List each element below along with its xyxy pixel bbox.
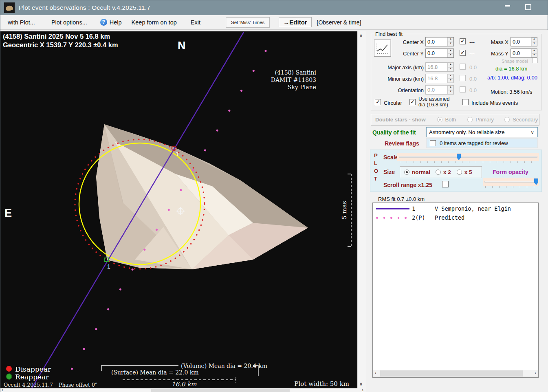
app-icon xyxy=(4,2,15,13)
use-assumed-checkbox[interactable]: ✓ xyxy=(409,99,416,105)
help-icon: ? xyxy=(100,19,107,26)
size-x5-label: x 5 xyxy=(464,169,472,175)
center-x-checkbox[interactable]: ✓ xyxy=(460,38,466,44)
minor-axis-spinner[interactable]: ▲▼ xyxy=(447,74,453,83)
plot-letter-o: O xyxy=(374,168,378,174)
control-panel: Find best fit Center X 0.0 ▲▼ ✓ --- Mass… xyxy=(366,30,548,392)
motion-label: Motion: 3.56 km/s xyxy=(491,89,533,95)
major-axis-input[interactable]: 16.8 ▲▼ xyxy=(425,62,454,72)
ab-dmag-label: a/b: 1.00, dMag: 0.00 xyxy=(487,75,537,81)
mass-y-label: Mass Y xyxy=(488,51,508,57)
observation-name: V Sempronio, near Elgin xyxy=(435,205,511,212)
minor-axis-input[interactable]: 16.8 ▲▼ xyxy=(425,74,454,83)
menu-plot-options[interactable]: Plot options... xyxy=(47,19,91,26)
observations-listbox[interactable]: 1 V Sempronio, near Elgin 2(P) Predicted… xyxy=(372,203,539,378)
double-stars-both-radio[interactable] xyxy=(437,117,442,122)
center-y-spinner[interactable]: ▲▼ xyxy=(447,49,453,57)
include-miss-checkbox[interactable] xyxy=(462,99,469,105)
menu-help[interactable]: ? Help xyxy=(100,19,122,26)
list-item[interactable]: 2(P) Predicted xyxy=(373,214,538,221)
center-y-input[interactable]: 0.0 ▲▼ xyxy=(425,48,454,58)
menu-with-plot[interactable]: with Plot... xyxy=(4,19,39,26)
title-bar[interactable]: Plot event observations : Occult v.4.202… xyxy=(0,0,548,15)
list-item[interactable]: 1 V Sempronio, near Elgin xyxy=(373,205,538,212)
double-stars-both-label: Both xyxy=(445,117,456,123)
mass-y-spinner[interactable]: ▲▼ xyxy=(531,49,537,57)
scroll-right-icon[interactable]: › xyxy=(362,387,363,392)
sky-plane-plot[interactable]: 1 1 (4158) Santini 2025 Nov 5 16.8 km Ge… xyxy=(0,31,357,388)
mass-y-input[interactable]: 0.0 ▲▼ xyxy=(511,48,537,58)
orientation-input[interactable]: 0.0 ▲▼ xyxy=(425,85,454,95)
mass-x-input[interactable]: 0.0 ▲▼ xyxy=(511,37,537,46)
scroll-range-label: Scroll range x1.25 xyxy=(383,182,432,188)
circular-checkbox[interactable]: ✓ xyxy=(375,99,381,105)
size-x2-label: x 2 xyxy=(443,169,451,175)
maximize-button[interactable] xyxy=(525,4,531,10)
center-y-label: Center Y xyxy=(390,51,424,57)
editor-button[interactable]: →Editor xyxy=(279,17,311,27)
size-normal-radio[interactable] xyxy=(404,170,409,175)
scroll-down-icon[interactable]: ∨ xyxy=(359,381,363,387)
minor-axis-checkbox[interactable] xyxy=(460,75,466,81)
listbox-hscroll-thumb[interactable] xyxy=(380,370,523,377)
mass-x-label: Mass X xyxy=(488,39,508,45)
form-opacity-slider-thumb[interactable] xyxy=(534,178,538,185)
chevron-down-icon: ∨ xyxy=(530,130,537,135)
plot-title-line1: (4158) Santini 2025 Nov 5 16.8 km xyxy=(3,33,110,40)
scale-slider-thumb[interactable] xyxy=(457,154,461,160)
quality-of-fit-select[interactable]: Astrometry only. No reliable size ∨ xyxy=(426,127,538,137)
menu-keep-form-on-top[interactable]: Keep form on top xyxy=(128,19,181,26)
object-skyplane-label: Sky Plane xyxy=(288,84,316,90)
observation-name: Predicted xyxy=(435,214,464,221)
size-x2-radio[interactable] xyxy=(436,170,441,175)
double-stars-primary-radio[interactable] xyxy=(467,117,473,122)
orientation-checkbox[interactable] xyxy=(460,86,466,92)
find-best-fit-button[interactable] xyxy=(374,40,391,57)
center-x-input[interactable]: 0.0 ▲▼ xyxy=(425,37,454,46)
compass-north-label: N xyxy=(178,40,186,52)
disappear-legend-dot xyxy=(6,366,12,372)
scale-slider[interactable] xyxy=(397,153,539,161)
center-y-checkbox[interactable]: ✓ xyxy=(460,50,466,56)
plot-horizontal-scrollbar[interactable]: ‹ › xyxy=(0,388,366,392)
scroll-range-checkbox[interactable] xyxy=(442,181,449,187)
scroll-left-icon[interactable]: ‹ xyxy=(2,387,3,392)
center-x-label: Center X xyxy=(390,39,424,45)
center-x-spinner[interactable]: ▲▼ xyxy=(447,37,453,46)
help-label: Help xyxy=(110,19,122,26)
circular-label: Circular xyxy=(384,100,402,106)
scroll-right-icon[interactable]: › xyxy=(535,370,536,375)
scroll-left-icon[interactable]: ‹ xyxy=(375,370,376,375)
form-opacity-slider[interactable] xyxy=(483,178,539,186)
hscroll-thumb[interactable] xyxy=(151,389,290,392)
minimize-button[interactable] xyxy=(505,5,510,7)
set-miss-times-button[interactable]: Set 'Miss' Times xyxy=(226,17,270,28)
object-damit-label: DAMIT #11803 xyxy=(271,77,316,83)
scroll-up-icon[interactable]: ∧ xyxy=(359,33,363,38)
mas-scale-label: 5 mas xyxy=(341,201,348,219)
mass-x-spinner[interactable]: ▲▼ xyxy=(531,37,537,46)
menu-bar: with Plot... Plot options... ? Help Keep… xyxy=(0,15,548,30)
double-stars-secondary-radio[interactable] xyxy=(504,117,510,122)
shape-model-checkbox[interactable] xyxy=(533,58,538,63)
plot-vertical-scrollbar[interactable]: ∧ ∨ xyxy=(357,31,366,388)
minor-axis-label: Minor axis (km) xyxy=(377,76,424,82)
plot-controls-box: P L O T Scale Size normal x 2 x 5 Form o… xyxy=(370,150,542,192)
review-flags-checkbox[interactable] xyxy=(430,140,436,146)
orientation-spinner[interactable]: ▲▼ xyxy=(447,86,453,94)
use-assumed-label-line1: Use assumed xyxy=(418,96,449,102)
major-axis-checkbox[interactable] xyxy=(460,64,466,70)
dia-value-label: dia = 16.8 km xyxy=(495,66,527,72)
double-stars-title: Double stars - show xyxy=(375,117,426,123)
chart-icon xyxy=(374,40,391,56)
size-radio-group: normal x 2 x 5 xyxy=(400,166,482,178)
size-x5-radio[interactable] xyxy=(457,170,462,175)
plot-title-line2: Geocentric X 1539.7 Y 220.3 ±0.4 km xyxy=(3,41,118,48)
quality-of-fit-label: Quality of the fit xyxy=(372,129,416,136)
major-axis-spinner[interactable]: ▲▼ xyxy=(447,63,453,71)
mas-scale-bracket xyxy=(348,174,351,247)
menu-exit[interactable]: Exit xyxy=(187,19,205,26)
surface-dia-label: (Surface) Mean dia = 22.0 km xyxy=(111,369,199,376)
shape-model-label: Shape model xyxy=(502,59,528,64)
listbox-horizontal-scrollbar[interactable]: ‹ › xyxy=(373,370,538,377)
